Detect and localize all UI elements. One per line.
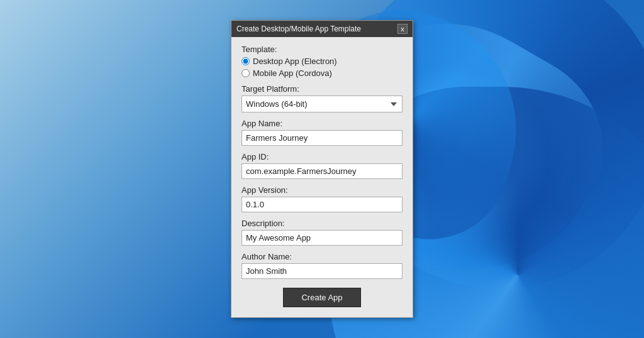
create-btn-wrapper: Create App: [231, 288, 413, 307]
app-id-label: App ID:: [242, 152, 402, 161]
template-label: Template:: [242, 45, 402, 54]
author-label: Author Name:: [242, 252, 402, 261]
template-radio-group: Desktop App (Electron) Mobile App (Cordo…: [242, 57, 402, 78]
app-name-input[interactable]: [242, 130, 402, 146]
app-id-section: App ID:: [242, 152, 402, 179]
description-section: Description:: [242, 219, 402, 246]
app-id-input[interactable]: [242, 163, 402, 179]
radio-desktop[interactable]: Desktop App (Electron): [242, 57, 402, 66]
dialog-title: Create Desktop/Mobile App Template: [236, 25, 361, 33]
author-input[interactable]: [242, 263, 402, 279]
app-version-section: App Version:: [242, 185, 402, 212]
platform-label: Target Platform:: [242, 84, 402, 94]
radio-mobile-label: Mobile App (Cordova): [253, 68, 332, 78]
app-name-section: App Name:: [242, 119, 402, 146]
create-app-dialog: Create Desktop/Mobile App Template x Tem…: [231, 20, 413, 318]
platform-select[interactable]: Windows (64-bit) Windows (32-bit) macOS …: [242, 95, 402, 112]
app-name-label: App Name:: [242, 119, 402, 128]
template-section: Template: Desktop App (Electron) Mobile …: [242, 45, 402, 78]
dialog-titlebar: Create Desktop/Mobile App Template x: [231, 21, 413, 37]
app-version-input[interactable]: [242, 197, 402, 212]
platform-section: Target Platform: Windows (64-bit) Window…: [242, 84, 402, 112]
radio-mobile[interactable]: Mobile App (Cordova): [242, 68, 402, 78]
radio-desktop-label: Desktop App (Electron): [253, 57, 337, 66]
dialog-overlay: Create Desktop/Mobile App Template x Tem…: [231, 20, 413, 318]
radio-mobile-input[interactable]: [242, 69, 250, 77]
radio-desktop-input[interactable]: [242, 57, 250, 65]
app-version-label: App Version:: [242, 185, 402, 195]
author-section: Author Name:: [242, 252, 402, 279]
description-label: Description:: [242, 219, 402, 228]
close-button[interactable]: x: [397, 24, 408, 34]
description-input[interactable]: [242, 230, 402, 246]
dialog-body: Template: Desktop App (Electron) Mobile …: [231, 37, 413, 279]
create-app-button[interactable]: Create App: [283, 288, 360, 307]
